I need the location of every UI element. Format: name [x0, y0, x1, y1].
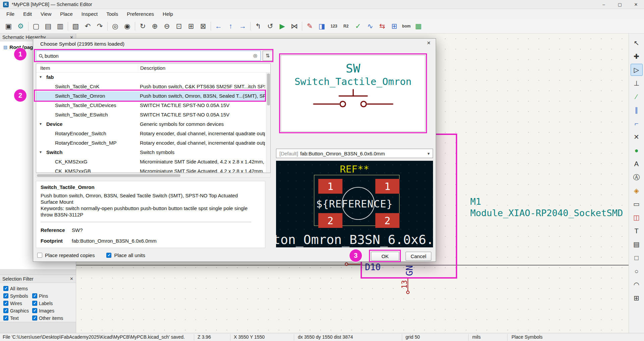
rotate-button[interactable]: ↺: [264, 20, 276, 32]
no-connect-tool[interactable]: ✕: [631, 131, 643, 143]
select-tool[interactable]: ↖: [631, 37, 643, 49]
scrollbar-thumb[interactable]: [37, 174, 180, 177]
minimize-button[interactable]: –: [596, 0, 612, 9]
selection-filter-close-icon[interactable]: ✕: [70, 276, 73, 281]
zoom-selection-button[interactable]: ⊠: [197, 20, 209, 32]
filter-text[interactable]: Text: [3, 315, 32, 321]
filter-wires[interactable]: Wires: [3, 300, 32, 306]
net-label-tool[interactable]: A: [631, 158, 643, 170]
zoom-in-button[interactable]: ⊕: [149, 20, 161, 32]
place-power-port-tool[interactable]: ⊥: [631, 77, 643, 89]
expander-icon[interactable]: ▾: [40, 121, 42, 126]
draw-bus-tool[interactable]: ∥: [631, 104, 643, 116]
symbol-row-ck-kms2xxgb[interactable]: CK_KMS2xxGB Microminiature SMT Side Actu…: [36, 166, 270, 173]
filter-other-items[interactable]: Other items: [32, 315, 72, 321]
new-sheet-button[interactable]: ▢: [30, 20, 42, 32]
sheet-pin-tool[interactable]: ◫: [631, 211, 643, 224]
list-horizontal-scrollbar[interactable]: [36, 173, 271, 178]
maximize-button[interactable]: ▢: [612, 0, 628, 9]
arc-tool[interactable]: ◠: [631, 279, 643, 291]
cancel-button[interactable]: Cancel: [406, 252, 431, 261]
menu-preferences[interactable]: Preferences: [122, 10, 158, 18]
close-button[interactable]: ✕: [628, 0, 644, 9]
menu-inspect[interactable]: Inspect: [77, 10, 102, 18]
filter-all-items[interactable]: All items: [3, 286, 72, 291]
lib-row-switch[interactable]: ▾ Switch Switch symbols: [36, 148, 270, 157]
plot-button[interactable]: ▥: [54, 20, 66, 32]
junction-tool[interactable]: ●: [631, 144, 643, 156]
edit-references-button[interactable]: R2: [340, 20, 352, 32]
status-units[interactable]: mils: [472, 334, 481, 340]
annotate-button[interactable]: 123: [328, 20, 340, 32]
filter-graphics[interactable]: Graphics: [3, 308, 32, 313]
symbol-editor-button[interactable]: ✎: [304, 20, 316, 32]
lib-row-device[interactable]: ▾ Device Generic symbols for common devi…: [36, 119, 270, 129]
run-simulation-button[interactable]: ▶: [276, 20, 288, 32]
symbol-row-switch-tactile-cuidevices[interactable]: Switch_Tactile_CUIDevices SWITCH TACTILE…: [36, 101, 270, 110]
lib-row-fab[interactable]: ▾ fab: [36, 72, 270, 82]
print-button[interactable]: ▤: [42, 20, 54, 32]
zoom-out-button[interactable]: ⊖: [161, 20, 173, 32]
global-label-tool[interactable]: Ⓐ: [631, 171, 643, 183]
find-button[interactable]: ◎: [109, 20, 121, 32]
filter-pins[interactable]: Pins: [32, 293, 72, 299]
place-repeated-copies-checkbox[interactable]: Place repeated copies: [37, 252, 95, 258]
module-value-text[interactable]: Module_XIAO-RP2040_SocketSMD: [470, 208, 623, 218]
find-replace-button[interactable]: ◉: [121, 20, 133, 32]
circle-tool[interactable]: ○: [631, 265, 643, 277]
menu-edit[interactable]: Edit: [19, 10, 36, 18]
search-options-button[interactable]: ⇅: [263, 51, 273, 61]
library-browser-button[interactable]: ◨: [316, 20, 328, 32]
nav-up-button[interactable]: ↑: [225, 20, 236, 32]
place-all-units-checkbox[interactable]: Place all units: [106, 252, 145, 258]
zoom-page-button[interactable]: ⊞: [185, 20, 197, 32]
highlight-net-tool[interactable]: ✚: [631, 50, 643, 62]
fields-table-button[interactable]: ⊞: [388, 20, 400, 32]
expander-icon[interactable]: ▾: [40, 75, 42, 79]
table-tool[interactable]: ⊞: [631, 292, 643, 304]
text-tool[interactable]: T: [631, 225, 643, 237]
sheet-tool[interactable]: ▭: [631, 198, 643, 210]
diode-reference-text[interactable]: D10: [365, 262, 381, 272]
menu-place[interactable]: Place: [56, 10, 77, 18]
symbol-row-switch-tactile-eswitch[interactable]: Switch_Tactile_ESwitch SWITCH TACTILE SP…: [36, 110, 270, 119]
symbol-row-ck-kms2xxg[interactable]: CK_KMS2xxG Microminiature SMT Side Actua…: [36, 157, 270, 166]
symbol-row-switch-tactile-cnk[interactable]: Switch_Tactile_CnK Push button switch, C…: [36, 82, 270, 91]
leave-sheet-button[interactable]: ↰: [252, 20, 264, 32]
filter-symbols[interactable]: Symbols: [3, 293, 32, 299]
erc-button[interactable]: ✓: [352, 20, 364, 32]
module-reference-text[interactable]: M1: [470, 196, 481, 207]
symbol-search-input[interactable]: [45, 53, 251, 59]
zoom-fit-button[interactable]: ⊡: [173, 20, 185, 32]
rectangle-tool[interactable]: □: [631, 252, 643, 264]
redo-button[interactable]: ↷: [94, 20, 106, 32]
footprint-select[interactable]: [Default] fab:Button_Omron_B3SN_6.0x6.0m…: [276, 149, 433, 158]
menu-help[interactable]: Help: [158, 10, 177, 18]
textbox-tool[interactable]: ▤: [631, 238, 643, 250]
gnd-net-label-text[interactable]: GN: [405, 265, 415, 276]
paste-button[interactable]: ▧: [70, 20, 82, 32]
menu-tools[interactable]: Tools: [102, 10, 122, 18]
clear-search-icon[interactable]: ⊗: [253, 52, 258, 59]
assign-footprints-button[interactable]: ⇆: [376, 20, 388, 32]
ok-button[interactable]: OK: [371, 252, 399, 261]
schematic-setup-button[interactable]: ⚙: [15, 20, 26, 32]
undo-button[interactable]: ↶: [82, 20, 94, 32]
status-grid[interactable]: grid 50: [406, 334, 420, 340]
place-symbol-tool[interactable]: ▷: [631, 64, 643, 76]
symbol-row-switch-tactile-omron[interactable]: Switch_Tactile_Omron Push button switch,…: [36, 91, 270, 101]
filter-labels[interactable]: Labels: [32, 300, 72, 306]
pcb-editor-button[interactable]: ▦: [413, 20, 424, 32]
bom-button[interactable]: bom: [400, 20, 412, 32]
simulator-button[interactable]: ∿: [364, 20, 376, 32]
scrollbar-thumb[interactable]: [267, 74, 270, 105]
symbol-row-rotaryencoder-switch-mp[interactable]: RotaryEncoder_Switch_MP Rotary encoder, …: [36, 138, 270, 148]
save-button[interactable]: ▣: [3, 20, 14, 32]
expander-icon[interactable]: ▾: [40, 150, 42, 154]
draw-wire-tool[interactable]: ∕: [631, 91, 643, 103]
mirror-button[interactable]: ⋈: [288, 20, 300, 32]
refresh-button[interactable]: ↻: [137, 20, 149, 32]
hierarchical-label-tool[interactable]: ◈: [631, 185, 643, 197]
nav-back-button[interactable]: ←: [213, 20, 224, 32]
list-vertical-scrollbar[interactable]: [266, 72, 270, 173]
